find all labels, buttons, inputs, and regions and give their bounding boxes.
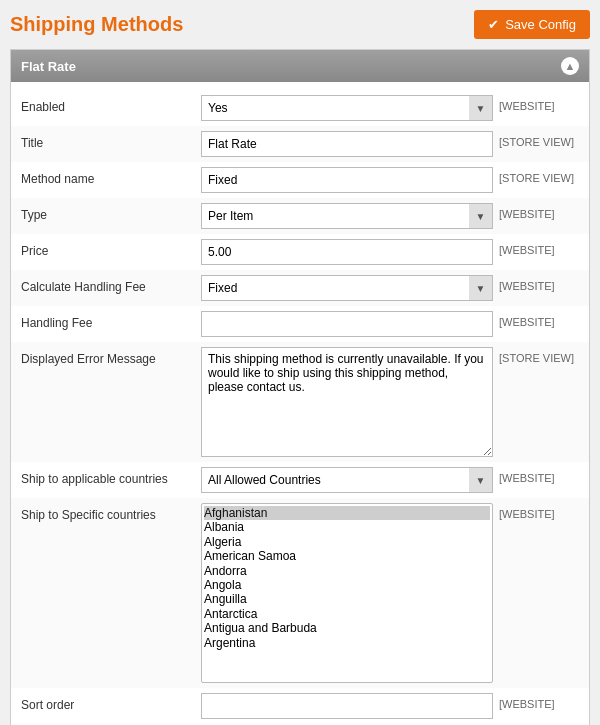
field-label: Calculate Handling Fee	[21, 275, 201, 294]
field-label: Method name	[21, 167, 201, 186]
scope-label: [WEBSITE]	[499, 275, 579, 292]
field-control: [WEBSITE]	[201, 693, 579, 719]
field-label: Sort order	[21, 693, 201, 712]
ship-to-applicable-countries-select[interactable]: All Allowed CountriesSpecific Countries	[201, 467, 493, 493]
form-row: Sort order[WEBSITE]	[11, 688, 589, 724]
field-label: Title	[21, 131, 201, 150]
form-table: EnabledYesNo▼[WEBSITE]Title[STORE VIEW]M…	[11, 82, 589, 725]
price-input[interactable]	[201, 239, 493, 265]
field-control: YesNo▼[WEBSITE]	[201, 95, 579, 121]
section-title: Flat Rate	[21, 59, 76, 74]
field-control: [WEBSITE]	[201, 311, 579, 337]
form-row: Method name[STORE VIEW]	[11, 162, 589, 198]
page-title: Shipping Methods	[10, 13, 183, 36]
scope-label: [STORE VIEW]	[499, 131, 579, 148]
field-control: AfghanistanAlbaniaAlgeriaAmerican SamoaA…	[201, 503, 579, 683]
scope-label: [WEBSITE]	[499, 95, 579, 112]
enabled-select[interactable]: YesNo	[201, 95, 493, 121]
title-input[interactable]	[201, 131, 493, 157]
save-icon: ✔	[488, 17, 499, 32]
field-control: [STORE VIEW]	[201, 131, 579, 157]
scope-label: [STORE VIEW]	[499, 167, 579, 184]
form-row: Title[STORE VIEW]	[11, 126, 589, 162]
form-row: Calculate Handling FeeFixedPercent▼[WEBS…	[11, 270, 589, 306]
displayed-error-message-textarea[interactable]: This shipping method is currently unavai…	[201, 347, 493, 457]
save-button-label: Save Config	[505, 17, 576, 32]
flat-rate-section: Flat Rate ▲ EnabledYesNo▼[WEBSITE]Title[…	[10, 49, 590, 725]
form-row: TypePer ItemPer Order▼[WEBSITE]	[11, 198, 589, 234]
handling-fee-input[interactable]	[201, 311, 493, 337]
method-name-input[interactable]	[201, 167, 493, 193]
calculate-handling-fee-select[interactable]: FixedPercent	[201, 275, 493, 301]
select-wrapper: FixedPercent▼	[201, 275, 493, 301]
scope-label: [WEBSITE]	[499, 467, 579, 484]
form-row: Displayed Error MessageThis shipping met…	[11, 342, 589, 462]
form-row: Ship to applicable countriesAll Allowed …	[11, 462, 589, 498]
select-wrapper: YesNo▼	[201, 95, 493, 121]
scope-label: [WEBSITE]	[499, 693, 579, 710]
field-label: Price	[21, 239, 201, 258]
scope-label: [WEBSITE]	[499, 203, 579, 220]
scope-label: [WEBSITE]	[499, 503, 579, 520]
type-select[interactable]: Per ItemPer Order	[201, 203, 493, 229]
ship-to-specific-countries-multiselect[interactable]: AfghanistanAlbaniaAlgeriaAmerican SamoaA…	[201, 503, 493, 683]
save-config-button[interactable]: ✔ Save Config	[474, 10, 590, 39]
field-control: [WEBSITE]	[201, 239, 579, 265]
field-control: Per ItemPer Order▼[WEBSITE]	[201, 203, 579, 229]
select-wrapper: Per ItemPer Order▼	[201, 203, 493, 229]
field-control: All Allowed CountriesSpecific Countries▼…	[201, 467, 579, 493]
select-wrapper: All Allowed CountriesSpecific Countries▼	[201, 467, 493, 493]
field-label: Displayed Error Message	[21, 347, 201, 366]
page-wrapper: Shipping Methods ✔ Save Config Flat Rate…	[0, 0, 600, 725]
scope-label: [WEBSITE]	[499, 311, 579, 328]
field-label: Handling Fee	[21, 311, 201, 330]
page-header: Shipping Methods ✔ Save Config	[10, 10, 590, 39]
field-label: Ship to Specific countries	[21, 503, 201, 522]
form-row: Price[WEBSITE]	[11, 234, 589, 270]
field-control: [STORE VIEW]	[201, 167, 579, 193]
sort-order-input[interactable]	[201, 693, 493, 719]
field-label: Type	[21, 203, 201, 222]
field-label: Ship to applicable countries	[21, 467, 201, 486]
field-control: FixedPercent▼[WEBSITE]	[201, 275, 579, 301]
scope-label: [STORE VIEW]	[499, 347, 579, 364]
form-row: Ship to Specific countriesAfghanistanAlb…	[11, 498, 589, 688]
scope-label: [WEBSITE]	[499, 239, 579, 256]
multiselect-wrapper: AfghanistanAlbaniaAlgeriaAmerican SamoaA…	[201, 503, 493, 683]
collapse-icon[interactable]: ▲	[561, 57, 579, 75]
field-label: Enabled	[21, 95, 201, 114]
form-row: Handling Fee[WEBSITE]	[11, 306, 589, 342]
section-header[interactable]: Flat Rate ▲	[11, 50, 589, 82]
form-row: EnabledYesNo▼[WEBSITE]	[11, 90, 589, 126]
field-control: This shipping method is currently unavai…	[201, 347, 579, 457]
